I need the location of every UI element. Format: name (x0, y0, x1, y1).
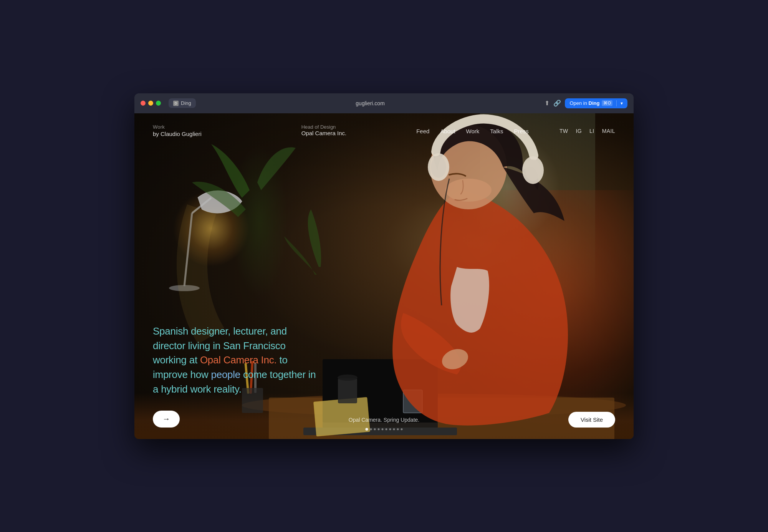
nav-role-label: Head of Design (301, 124, 347, 130)
nav-author: by Claudio Guglieri (153, 131, 202, 137)
svg-rect-7 (338, 378, 357, 403)
site-navigation: Work by Claudio Guglieri Head of Design … (134, 113, 634, 148)
website-content: Work by Claudio Guglieri Head of Design … (134, 113, 634, 439)
nav-left-section: Work by Claudio Guglieri (153, 124, 202, 137)
close-button[interactable] (141, 101, 146, 106)
share-icon[interactable]: ⬆ (545, 99, 550, 107)
keyboard-shortcut: ⌘O (602, 100, 612, 106)
minimize-button[interactable] (148, 101, 153, 106)
nav-role-section: Head of Design Opal Camera Inc. (301, 124, 347, 136)
hero-description: Spanish designer, lecturer, and director… (153, 324, 322, 396)
url-bar[interactable]: guglieri.com (200, 100, 540, 106)
nav-about[interactable]: About (440, 128, 455, 134)
browser-window: D Ding guglieri.com ⬆ 🔗 Open in Ding ⌘O … (134, 93, 634, 439)
dot-10[interactable] (401, 428, 403, 430)
visit-site-button[interactable]: Visit Site (568, 412, 615, 428)
dot-4[interactable] (378, 428, 380, 430)
social-mail[interactable]: MAIL (602, 128, 615, 134)
nav-company: Opal Camera Inc. (301, 130, 347, 136)
dot-5[interactable] (382, 428, 384, 430)
nav-social: TW IG LI MAIL (559, 124, 615, 134)
social-li[interactable]: LI (589, 128, 594, 134)
traffic-lights (141, 101, 161, 106)
nav-work[interactable]: Work (466, 128, 480, 134)
maximize-button[interactable] (156, 101, 161, 106)
svg-point-13 (431, 156, 446, 178)
nav-talks[interactable]: Talks (490, 128, 503, 134)
slide-dots (366, 428, 403, 431)
open-in-button[interactable]: Open in Ding ⌘O ▾ (565, 98, 627, 108)
dot-1[interactable] (366, 428, 368, 431)
nav-press[interactable]: Press (514, 128, 529, 134)
dot-6[interactable] (386, 428, 387, 430)
browser-actions: ⬆ 🔗 Open in Ding ⌘O ▾ (545, 98, 627, 108)
tab-label: Ding (181, 100, 191, 106)
slide-caption: Opal Camera. Spring Update. (349, 417, 419, 423)
browser-chrome: D Ding guglieri.com ⬆ 🔗 Open in Ding ⌘O … (134, 93, 634, 113)
dropdown-icon[interactable]: ▾ (621, 101, 623, 106)
svg-point-15 (525, 159, 541, 181)
social-ig[interactable]: IG (576, 128, 582, 134)
hero-company-name: Opal Camera Inc. (200, 354, 277, 366)
browser-tab[interactable]: D Ding (169, 98, 196, 108)
tab-favicon: D (173, 101, 179, 106)
dot-7[interactable] (389, 428, 391, 430)
svg-point-8 (338, 375, 358, 381)
nav-links: Feed About Work Talks Press (416, 124, 529, 134)
arrow-right-icon: → (162, 414, 170, 423)
dot-2[interactable] (370, 428, 372, 430)
hero-text: Spanish designer, lecturer, and director… (153, 324, 322, 396)
tab-area: D Ding (169, 98, 196, 108)
open-in-label: Open in Ding (569, 100, 599, 106)
social-tw[interactable]: TW (559, 128, 568, 134)
link-icon[interactable]: 🔗 (553, 99, 561, 107)
nav-feed[interactable]: Feed (416, 128, 429, 134)
dot-9[interactable] (397, 428, 399, 430)
next-arrow-button[interactable]: → (153, 411, 180, 428)
divider (616, 100, 617, 106)
hero-text-people: people (211, 369, 241, 380)
dot-3[interactable] (374, 428, 376, 430)
dot-8[interactable] (393, 428, 395, 430)
nav-section-label: Work (153, 124, 202, 130)
